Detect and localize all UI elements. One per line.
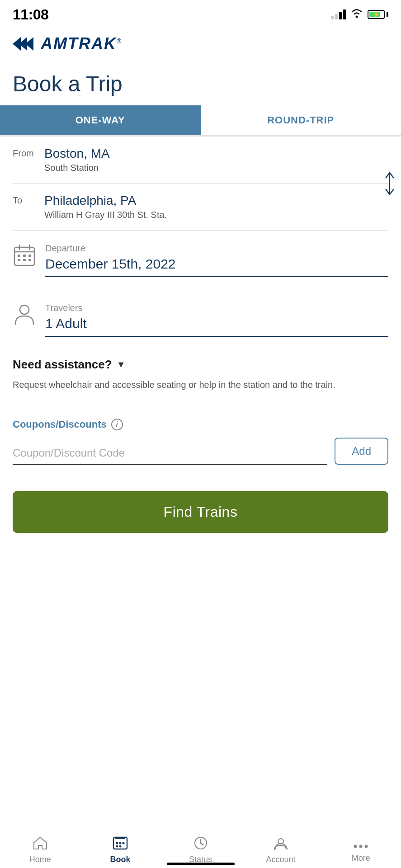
nav-item-book[interactable]: Book [80, 836, 160, 864]
find-trains-button[interactable]: Find Trains [13, 491, 388, 533]
swap-button[interactable] [378, 170, 401, 197]
bottom-nav: Home Book Status [0, 829, 401, 868]
to-station: William H Gray III 30th St. Sta. [44, 210, 388, 220]
departure-underline [45, 276, 388, 277]
from-station: South Station [44, 163, 388, 173]
travelers-content: Travelers 1 Adult [45, 303, 388, 337]
assistance-chevron-down-icon: ▼ [117, 359, 126, 370]
status-time: 11:08 [13, 6, 48, 23]
departure-section[interactable]: Departure December 15th, 2022 [0, 231, 401, 290]
status-bar: 11:08 ⚡ [0, 0, 401, 27]
nav-label-book: Book [110, 855, 131, 864]
person-icon [13, 303, 36, 326]
status-icon [194, 836, 208, 852]
account-icon [274, 836, 288, 852]
from-row[interactable]: From Boston, MA South Station [13, 137, 388, 184]
to-label: To [13, 193, 44, 206]
amtrak-logo: AMTRAK® [0, 27, 401, 58]
coupons-section: Coupons/Discounts i Add [0, 401, 401, 477]
coupons-label: Coupons/Discounts [13, 419, 107, 430]
nav-item-status[interactable]: Status [160, 836, 241, 864]
from-city: Boston, MA [44, 146, 388, 161]
add-coupon-button[interactable]: Add [335, 438, 388, 465]
nav-item-more[interactable]: More [321, 836, 401, 864]
assistance-section: Need assistance? ▼ Request wheelchair an… [0, 341, 401, 401]
home-icon [33, 836, 47, 852]
travelers-section[interactable]: Travelers 1 Adult [0, 290, 401, 341]
assistance-description: Request wheelchair and accessible seatin… [13, 378, 388, 392]
svg-point-22 [119, 845, 122, 848]
amtrak-brand-text: AMTRAK® [41, 34, 122, 53]
travelers-value: 1 Adult [45, 316, 388, 331]
info-icon[interactable]: i [111, 419, 123, 430]
coupon-input[interactable] [13, 442, 327, 465]
route-section: From Boston, MA South Station To Philade… [0, 137, 401, 231]
svg-point-21 [116, 845, 118, 848]
svg-rect-17 [115, 837, 125, 839]
assistance-header[interactable]: Need assistance? ▼ [13, 358, 388, 372]
trip-type-tabs: ONE-WAY ROUND-TRIP [0, 105, 401, 137]
calendar-icon [13, 243, 36, 267]
svg-point-18 [116, 842, 118, 844]
book-icon [113, 836, 128, 852]
svg-point-30 [365, 845, 368, 848]
tab-one-way[interactable]: ONE-WAY [0, 105, 201, 135]
nav-label-account: Account [266, 855, 295, 864]
svg-point-29 [359, 845, 363, 848]
to-row[interactable]: To Philadelphia, PA William H Gray III 3… [13, 184, 388, 231]
swap-arrows-icon [381, 171, 398, 196]
svg-rect-14 [28, 259, 31, 261]
svg-rect-12 [18, 259, 20, 261]
svg-point-28 [354, 845, 357, 848]
amtrak-arrow-icon [13, 37, 36, 51]
coupon-input-row: Add [13, 438, 388, 465]
home-indicator [167, 863, 235, 865]
svg-line-25 [201, 843, 203, 845]
svg-point-0 [356, 16, 358, 18]
signal-icon [331, 9, 346, 19]
svg-point-19 [119, 842, 122, 844]
wifi-icon [350, 8, 363, 21]
status-icons: ⚡ [331, 8, 388, 21]
svg-rect-9 [18, 255, 20, 257]
from-label: From [13, 146, 44, 159]
find-trains-section: Find Trains [0, 477, 401, 542]
from-details: Boston, MA South Station [44, 146, 388, 173]
coupon-input-wrap [13, 442, 327, 465]
departure-label: Departure [45, 243, 388, 254]
svg-rect-13 [23, 259, 26, 261]
more-icon [353, 836, 368, 851]
travelers-label: Travelers [45, 303, 388, 313]
to-city: Philadelphia, PA [44, 193, 388, 208]
page-title: Book a Trip [0, 58, 401, 105]
departure-content: Departure December 15th, 2022 [45, 243, 388, 277]
nav-label-home: Home [29, 855, 51, 864]
nav-item-home[interactable]: Home [0, 836, 80, 864]
svg-point-20 [123, 842, 125, 844]
svg-rect-11 [28, 255, 31, 257]
battery-icon: ⚡ [368, 10, 388, 19]
travelers-underline [45, 336, 388, 337]
coupons-label-row: Coupons/Discounts i [13, 419, 388, 430]
svg-point-15 [20, 305, 29, 314]
assistance-title: Need assistance? [13, 358, 112, 372]
tab-round-trip[interactable]: ROUND-TRIP [201, 105, 401, 135]
nav-label-more: More [352, 854, 370, 863]
nav-item-account[interactable]: Account [241, 836, 321, 864]
svg-rect-10 [23, 255, 26, 257]
to-details: Philadelphia, PA William H Gray III 30th… [44, 193, 388, 220]
departure-value: December 15th, 2022 [45, 256, 388, 272]
